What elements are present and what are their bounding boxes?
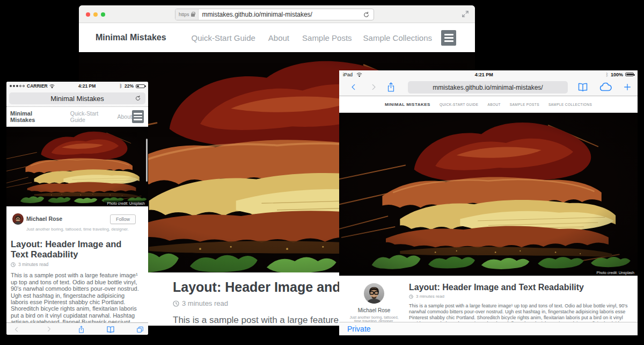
back-icon[interactable] [13, 326, 20, 334]
nav-about[interactable]: About [118, 113, 132, 120]
wifi-icon [356, 72, 362, 77]
fullscreen-icon[interactable] [462, 10, 469, 18]
read-time: 3 minutes read [18, 262, 48, 267]
nav-quick-start-guide[interactable]: Quick-Start Guide [192, 33, 255, 42]
address-bar[interactable]: Minimal Mistakes [9, 92, 145, 104]
battery-icon [625, 73, 634, 76]
site-masthead: Minimal Mistakes Quick-Start Guide About… [79, 23, 475, 52]
signal-strength-icon [10, 85, 25, 87]
menu-icon[interactable] [441, 30, 456, 46]
share-icon[interactable] [386, 82, 396, 92]
lock-icon [191, 13, 195, 17]
photo-credit: Photo credit: Unsplash [104, 200, 148, 206]
safari-bottom-toolbar [6, 322, 148, 335]
private-label[interactable]: Private [347, 325, 371, 333]
nav-quick-start-guide[interactable]: Quick-Start Guide [70, 110, 108, 123]
ipad-status-bar: iPad 4:21 PM ᛒ 100% [339, 70, 638, 78]
author-name: Michael Rose [358, 307, 391, 313]
nav-sample-collections[interactable]: SAMPLE COLLECTIONS [548, 103, 592, 106]
menu-icon[interactable] [132, 110, 144, 123]
post-content: Michael Rose Just another boring, tattoo… [339, 276, 638, 322]
url-text: mmistakes.github.io/minimal-mistakes/ [199, 11, 363, 18]
clock-icon [11, 262, 16, 267]
safari-toolbar: mmistakes.github.io/minimal-mistakes/ [339, 78, 638, 96]
clock-time: 4:21 PM [55, 83, 120, 89]
nav-sample-collections[interactable]: Sample Collections [363, 33, 432, 42]
clock-time: 4:21 PM [362, 72, 606, 77]
safari-url-row: Minimal Mistakes [6, 90, 148, 107]
wifi-icon [49, 84, 55, 88]
zoom-button[interactable] [101, 12, 105, 17]
back-icon[interactable] [350, 82, 357, 92]
author-name: Michael Rose [26, 215, 62, 222]
author-row: Michael Rose Just another boring, tattoo… [11, 213, 141, 233]
device-label: iPad [343, 72, 353, 77]
browser-titlebar: https mmistakes.github.io/minimal-mistak… [79, 5, 475, 23]
page-title: Minimal Mistakes [50, 95, 104, 103]
new-tab-icon[interactable] [623, 83, 632, 91]
site-masthead: Minimal Mistakes Quick-Start Guide About [6, 107, 148, 127]
photo-credit: Photo credit: Unsplash [594, 270, 638, 276]
author-sidebar: Michael Rose Just another boring, tattoo… [339, 276, 409, 322]
feature-image-leaves: Photo credit: Unsplash [339, 113, 638, 276]
bluetooth-icon: ᛒ [120, 83, 122, 89]
share-icon[interactable] [78, 325, 85, 334]
avatar [12, 213, 24, 225]
follow-button[interactable]: Follow [110, 214, 136, 224]
window-controls [86, 12, 105, 17]
forward-icon[interactable] [46, 325, 52, 333]
post-body: This is a sample post with a large featu… [409, 303, 630, 322]
battery-percent: 100% [611, 72, 623, 77]
iphone-device: CARRIER 4:21 PM ᛒ 22% Minimal Mistakes M… [6, 82, 148, 335]
bookmarks-icon[interactable] [577, 83, 588, 92]
address-bar[interactable]: mmistakes.github.io/minimal-mistakes/ [408, 81, 568, 94]
post-title: Layout: Header Image and Text Readabilit… [11, 239, 141, 260]
avatar [364, 283, 384, 304]
https-label: https [179, 12, 189, 17]
author-bio: Just another boring, tattooed, time trav… [347, 315, 401, 322]
bookmarks-icon[interactable] [106, 326, 115, 333]
post-title: Layout: Header Image and Text Readabilit… [409, 283, 634, 292]
battery-percent: 22% [125, 83, 134, 89]
nav-about[interactable]: ABOUT [487, 103, 500, 106]
nav-about[interactable]: About [268, 33, 289, 42]
iphone-status-bar: CARRIER 4:21 PM ᛒ 22% [6, 82, 148, 90]
clock-icon [173, 300, 179, 307]
ipad-device: iPad 4:21 PM ᛒ 100% mmistakes.github.io/… [339, 70, 638, 345]
responsive-showcase: https mmistakes.github.io/minimal-mistak… [0, 0, 644, 345]
site-title[interactable]: Minimal Mistakes [10, 110, 52, 123]
scrollbar-thumb[interactable] [146, 139, 148, 182]
post-meta: 3 minutes read [409, 294, 634, 299]
reload-icon[interactable] [363, 11, 370, 18]
nav-quick-start-guide[interactable]: QUICK-START GUIDE [440, 103, 479, 106]
feature-image-leaves: Photo credit: Unsplash [6, 127, 148, 206]
cloud-icon[interactable] [599, 83, 612, 92]
clock-icon [409, 294, 413, 299]
url-text: mmistakes.github.io/minimal-mistakes/ [433, 84, 543, 91]
site-title[interactable]: MINIMAL MISTAKES [385, 102, 430, 107]
address-bar[interactable]: https mmistakes.github.io/minimal-mistak… [175, 9, 374, 20]
nav-sample-posts[interactable]: SAMPLE POSTS [510, 103, 539, 106]
read-time: 3 minutes read [182, 299, 228, 307]
author-bio: Just another boring, tattooed, time trav… [26, 227, 129, 232]
carrier-label: CARRIER [27, 83, 48, 89]
site-masthead: MINIMAL MISTAKES QUICK-START GUIDE ABOUT… [339, 96, 638, 113]
battery-icon [136, 84, 145, 88]
reload-icon[interactable] [135, 95, 141, 102]
close-button[interactable] [86, 12, 90, 17]
site-title[interactable]: Minimal Mistakes [96, 33, 166, 42]
read-time: 3 minutes read [416, 294, 444, 299]
bluetooth-icon: ᛒ [606, 72, 609, 77]
forward-icon[interactable] [370, 82, 377, 92]
tabs-icon[interactable] [136, 326, 144, 333]
minimize-button[interactable] [93, 12, 98, 17]
nav-sample-posts[interactable]: Sample Posts [302, 33, 352, 42]
post-content: Michael Rose Just another boring, tattoo… [6, 206, 148, 335]
private-browsing-bar: Private [339, 322, 638, 335]
post-meta: 3 minutes read [11, 262, 141, 267]
https-badge: https [175, 9, 199, 20]
